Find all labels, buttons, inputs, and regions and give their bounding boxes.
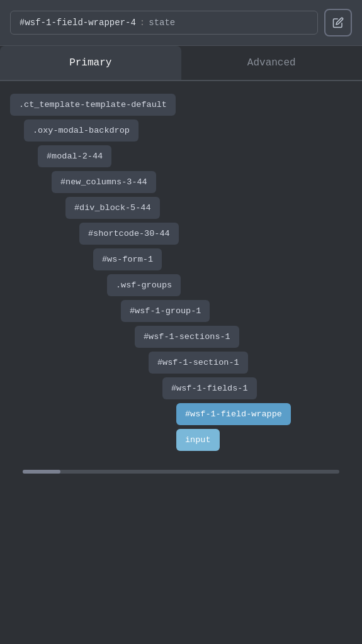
tree-item: #wsf-1-field-wrappe bbox=[176, 403, 352, 425]
selector-text: #wsf-1-field-wrapper-4 bbox=[20, 18, 136, 28]
tree-node[interactable]: input bbox=[176, 429, 220, 451]
tree-item: #wsf-1-fields-1 bbox=[162, 377, 352, 399]
selector-display: #wsf-1-field-wrapper-4 : state bbox=[10, 11, 318, 35]
tree-item: .oxy-modal-backdrop bbox=[24, 119, 352, 142]
tree-node[interactable]: #div_block-5-44 bbox=[65, 197, 160, 219]
tree-item: #wsf-1-section-1 bbox=[149, 352, 352, 374]
selector-state: state bbox=[149, 18, 175, 28]
tabs-container: Primary Advanced bbox=[0, 46, 362, 81]
tab-advanced[interactable]: Advanced bbox=[181, 46, 363, 80]
tab-primary[interactable]: Primary bbox=[0, 46, 181, 80]
tree-list: .ct_template-template-default.oxy-modal-… bbox=[10, 94, 352, 451]
tree-item: .wsf-groups bbox=[107, 274, 352, 296]
tree-item: #modal-2-44 bbox=[38, 145, 352, 167]
tree-item: input bbox=[176, 429, 352, 451]
pencil-icon bbox=[332, 17, 344, 28]
tree-item: #shortcode-30-44 bbox=[79, 223, 352, 245]
tree-node[interactable]: #wsf-1-section-1 bbox=[149, 352, 248, 374]
tree-item: .ct_template-template-default bbox=[10, 94, 352, 116]
tree-node[interactable]: #modal-2-44 bbox=[38, 145, 111, 167]
tree-node[interactable]: #new_columns-3-44 bbox=[52, 171, 156, 193]
tree-node[interactable]: .ct_template-template-default bbox=[10, 94, 176, 116]
tree-container: .ct_template-template-default.oxy-modal-… bbox=[0, 81, 362, 464]
tree-node[interactable]: #wsf-1-sections-1 bbox=[135, 326, 239, 348]
scrollbar-track[interactable] bbox=[23, 470, 339, 474]
selector-colon: : bbox=[140, 18, 145, 28]
top-bar: #wsf-1-field-wrapper-4 : state bbox=[0, 0, 362, 46]
tree-node[interactable]: #shortcode-30-44 bbox=[79, 223, 179, 245]
tree-node[interactable]: .wsf-groups bbox=[107, 274, 181, 296]
scroll-area bbox=[10, 466, 352, 479]
tree-item: #ws-form-1 bbox=[93, 248, 352, 270]
tree-node[interactable]: #ws-form-1 bbox=[93, 248, 162, 270]
tree-item: #wsf-1-sections-1 bbox=[135, 326, 352, 348]
edit-button[interactable] bbox=[324, 9, 352, 36]
tree-node[interactable]: #wsf-1-field-wrappe bbox=[176, 403, 291, 425]
tree-item: #wsf-1-group-1 bbox=[121, 300, 352, 322]
tree-item: #new_columns-3-44 bbox=[52, 171, 352, 193]
tree-item: #div_block-5-44 bbox=[65, 197, 352, 219]
tree-node[interactable]: #wsf-1-group-1 bbox=[121, 300, 210, 322]
scrollbar-thumb[interactable] bbox=[23, 470, 60, 474]
tree-node[interactable]: .oxy-modal-backdrop bbox=[24, 119, 139, 142]
tree-node[interactable]: #wsf-1-fields-1 bbox=[162, 377, 257, 399]
